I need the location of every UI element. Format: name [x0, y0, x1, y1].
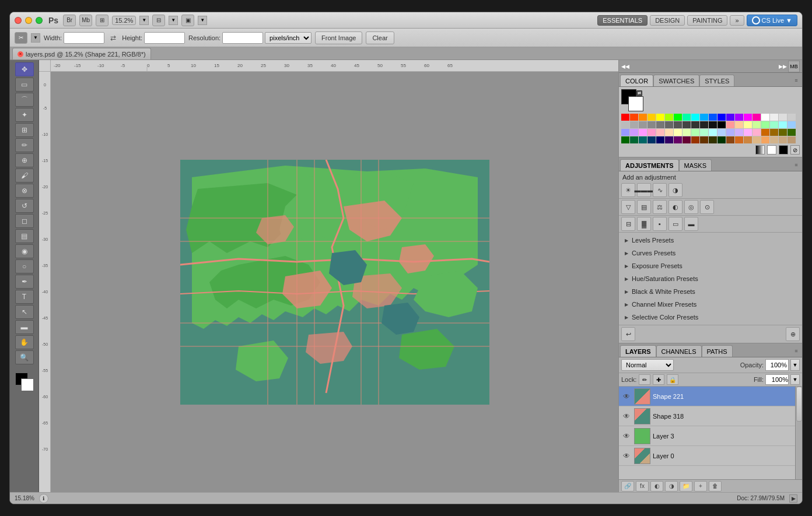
color-swatch[interactable] — [770, 136, 778, 143]
color-swatch[interactable] — [648, 121, 656, 128]
tab-close-button[interactable]: ✕ — [18, 51, 23, 57]
delete-layer-btn[interactable]: 🗑 — [709, 481, 722, 492]
color-swatch[interactable] — [674, 121, 682, 128]
brightness-adj-btn[interactable]: ☀ — [621, 183, 635, 197]
path-select-tool[interactable]: ↖ — [15, 305, 34, 319]
hue-sat-adj-btn[interactable]: ▤ — [637, 200, 651, 214]
foreground-background[interactable] — [15, 373, 34, 391]
tab-layers[interactable]: LAYERS — [620, 345, 656, 357]
arrow-right-btn[interactable]: ▶ — [789, 494, 797, 503]
preset-row[interactable]: ▶Exposure Presets — [619, 259, 802, 272]
selective-color-adj-btn[interactable]: ▬ — [684, 217, 698, 231]
color-swatch[interactable] — [726, 129, 734, 136]
preset-row[interactable]: ▶Levels Presets — [619, 234, 802, 247]
mb-panel-btn[interactable]: MB — [788, 61, 800, 72]
color-swatch[interactable] — [788, 114, 796, 121]
vibrance-adj-btn[interactable]: ▽ — [621, 200, 635, 214]
cslive-button[interactable]: CS Live ▼ — [747, 15, 797, 26]
color-swatch[interactable] — [639, 129, 647, 136]
zoom-tool[interactable]: 🔍 — [15, 350, 34, 364]
lasso-tool[interactable]: ⌒ — [15, 93, 34, 107]
add-adj-btn[interactable]: ⊕ — [786, 327, 800, 341]
color-swatch[interactable] — [735, 121, 743, 128]
color-swatch[interactable] — [726, 136, 734, 143]
stamp-tool[interactable]: ⊗ — [15, 184, 34, 198]
resolution-unit-select[interactable]: pixels/inch — [265, 32, 312, 44]
color-swatch[interactable] — [709, 114, 717, 121]
opacity-input[interactable] — [765, 359, 789, 371]
crop-tool-dropdown[interactable]: ▼ — [31, 33, 40, 43]
gradient-tool[interactable]: ▤ — [15, 229, 34, 243]
color-swatch[interactable] — [735, 136, 743, 143]
color-swatch[interactable] — [752, 136, 761, 143]
threshold-adj-btn[interactable]: ▪ — [653, 217, 667, 231]
color-swatch[interactable] — [691, 136, 699, 143]
color-swatch[interactable] — [779, 114, 787, 121]
color-swatch[interactable] — [682, 129, 691, 136]
adj-panel-menu[interactable]: ≡ — [792, 160, 801, 170]
view-dropdown[interactable]: ▼ — [169, 16, 178, 25]
layer-visibility-toggle[interactable]: 👁 — [621, 451, 632, 461]
layers-scroll-track[interactable] — [795, 387, 802, 479]
color-swatch[interactable] — [779, 129, 787, 136]
color-swatch[interactable] — [718, 121, 726, 128]
pen-tool[interactable]: ✒ — [15, 275, 34, 289]
color-swatch[interactable] — [682, 136, 691, 143]
painting-button[interactable]: PAINTING — [687, 15, 727, 26]
color-swatch[interactable] — [656, 121, 664, 128]
curves-adj-btn[interactable]: ∿ — [653, 183, 667, 197]
essentials-button[interactable]: ESSENTIALS — [597, 15, 648, 26]
preset-row[interactable]: ▶Black & White Presets — [619, 285, 802, 298]
arrange-icon[interactable]: ⊞ — [96, 15, 108, 26]
background-color[interactable] — [21, 378, 34, 391]
swap-icon[interactable]: ⇄ — [108, 33, 118, 43]
color-swatch[interactable] — [700, 136, 708, 143]
color-swatch[interactable] — [770, 129, 778, 136]
layer-visibility-toggle[interactable]: 👁 — [621, 431, 632, 441]
eyedropper-tool[interactable]: ✏ — [15, 138, 34, 152]
preset-row[interactable]: ▶Selective Color Presets — [619, 311, 802, 324]
color-swatch[interactable] — [709, 129, 717, 136]
tab-color[interactable]: COLOR — [620, 75, 653, 86]
lock-position-btn[interactable]: ✚ — [653, 374, 664, 385]
crop-tool-icon[interactable]: ✂ — [15, 32, 27, 44]
lock-all-btn[interactable]: 🔒 — [667, 374, 678, 385]
color-swatch[interactable] — [718, 129, 726, 136]
preset-row[interactable]: ▶Hue/Saturation Presets — [619, 272, 802, 285]
heal-tool[interactable]: ⊕ — [15, 153, 34, 167]
invert-adj-btn[interactable]: ⊟ — [621, 217, 635, 231]
new-adjustment-btn[interactable]: ◑ — [665, 481, 678, 492]
add-mask-btn[interactable]: ◐ — [650, 481, 663, 492]
shape-tool[interactable]: ▬ — [15, 320, 34, 334]
color-swatch[interactable] — [621, 136, 629, 143]
color-swatch[interactable] — [726, 121, 734, 128]
color-swatch[interactable] — [761, 114, 769, 121]
color-swatch[interactable] — [779, 121, 787, 128]
color-swatch[interactable] — [665, 129, 673, 136]
color-swatch[interactable] — [630, 136, 638, 143]
fill-dropdown[interactable]: ▼ — [790, 374, 800, 385]
color-swatch[interactable] — [648, 114, 656, 121]
tab-adjustments[interactable]: ADJUSTMENTS — [620, 159, 679, 171]
color-swatch[interactable] — [709, 136, 717, 143]
eraser-tool[interactable]: ◻ — [15, 214, 34, 228]
front-image-button[interactable]: Front Image — [315, 31, 362, 44]
color-swatch[interactable] — [788, 121, 796, 128]
view-icon[interactable]: ⊟ — [152, 15, 165, 26]
design-button[interactable]: DESIGN — [650, 15, 685, 26]
add-style-btn[interactable]: fx — [636, 481, 649, 492]
color-swatch[interactable] — [744, 114, 752, 121]
color-swatch[interactable] — [761, 129, 769, 136]
tab-paths[interactable]: PATHS — [702, 345, 733, 357]
color-swatch[interactable] — [726, 114, 734, 121]
fill-input[interactable] — [765, 374, 789, 385]
color-swatch[interactable] — [735, 129, 743, 136]
color-swatch[interactable] — [639, 114, 647, 121]
tab-masks[interactable]: MASKS — [679, 159, 712, 171]
close-button[interactable] — [15, 17, 22, 24]
color-swatch[interactable] — [744, 136, 752, 143]
color-swatch[interactable] — [630, 121, 638, 128]
color-swatch[interactable] — [770, 121, 778, 128]
select-tool[interactable]: ▭ — [15, 78, 34, 92]
background-color-box[interactable] — [628, 96, 643, 111]
